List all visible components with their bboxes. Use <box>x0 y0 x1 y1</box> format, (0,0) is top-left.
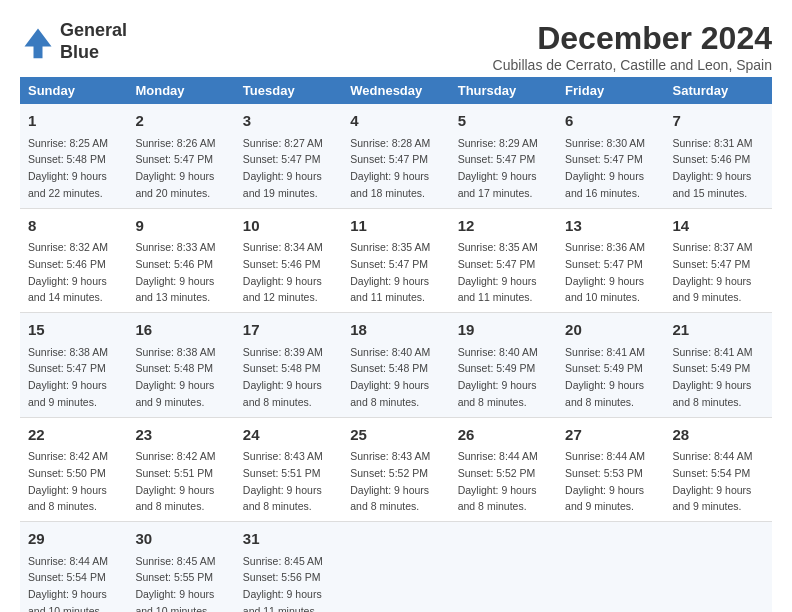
sunrise-info: Sunrise: 8:27 AM <box>243 137 323 149</box>
calendar-week-row: 22 Sunrise: 8:42 AM Sunset: 5:50 PM Dayl… <box>20 417 772 522</box>
day-number: 17 <box>243 319 334 342</box>
calendar-cell: 3 Sunrise: 8:27 AM Sunset: 5:47 PM Dayli… <box>235 104 342 208</box>
day-number: 6 <box>565 110 656 133</box>
sunrise-info: Sunrise: 8:35 AM <box>350 241 430 253</box>
calendar-cell: 10 Sunrise: 8:34 AM Sunset: 5:46 PM Dayl… <box>235 208 342 313</box>
day-number: 11 <box>350 215 441 238</box>
calendar-cell: 13 Sunrise: 8:36 AM Sunset: 5:47 PM Dayl… <box>557 208 664 313</box>
calendar-cell: 20 Sunrise: 8:41 AM Sunset: 5:49 PM Dayl… <box>557 313 664 418</box>
sunrise-info: Sunrise: 8:45 AM <box>243 555 323 567</box>
weekday-header: Monday <box>127 77 234 104</box>
day-number: 25 <box>350 424 441 447</box>
sunset-info: Sunset: 5:51 PM <box>243 467 321 479</box>
sunset-info: Sunset: 5:47 PM <box>28 362 106 374</box>
sunset-info: Sunset: 5:47 PM <box>135 153 213 165</box>
calendar-cell: 26 Sunrise: 8:44 AM Sunset: 5:52 PM Dayl… <box>450 417 557 522</box>
daylight-info: Daylight: 9 hours and 13 minutes. <box>135 275 214 304</box>
daylight-info: Daylight: 9 hours and 11 minutes. <box>243 588 322 612</box>
day-number: 9 <box>135 215 226 238</box>
day-number: 19 <box>458 319 549 342</box>
calendar-cell: 19 Sunrise: 8:40 AM Sunset: 5:49 PM Dayl… <box>450 313 557 418</box>
sunset-info: Sunset: 5:47 PM <box>350 258 428 270</box>
calendar-cell: 4 Sunrise: 8:28 AM Sunset: 5:47 PM Dayli… <box>342 104 449 208</box>
sunset-info: Sunset: 5:54 PM <box>28 571 106 583</box>
calendar-week-row: 8 Sunrise: 8:32 AM Sunset: 5:46 PM Dayli… <box>20 208 772 313</box>
calendar-cell: 16 Sunrise: 8:38 AM Sunset: 5:48 PM Dayl… <box>127 313 234 418</box>
calendar-cell: 22 Sunrise: 8:42 AM Sunset: 5:50 PM Dayl… <box>20 417 127 522</box>
sunset-info: Sunset: 5:47 PM <box>350 153 428 165</box>
daylight-info: Daylight: 9 hours and 8 minutes. <box>350 484 429 513</box>
day-number: 27 <box>565 424 656 447</box>
sunset-info: Sunset: 5:53 PM <box>565 467 643 479</box>
calendar-cell: 23 Sunrise: 8:42 AM Sunset: 5:51 PM Dayl… <box>127 417 234 522</box>
sunset-info: Sunset: 5:47 PM <box>673 258 751 270</box>
day-number: 20 <box>565 319 656 342</box>
weekday-header: Sunday <box>20 77 127 104</box>
sunset-info: Sunset: 5:52 PM <box>458 467 536 479</box>
sunrise-info: Sunrise: 8:36 AM <box>565 241 645 253</box>
sunrise-info: Sunrise: 8:33 AM <box>135 241 215 253</box>
calendar-cell: 7 Sunrise: 8:31 AM Sunset: 5:46 PM Dayli… <box>665 104 772 208</box>
day-number: 28 <box>673 424 764 447</box>
daylight-info: Daylight: 9 hours and 8 minutes. <box>458 484 537 513</box>
daylight-info: Daylight: 9 hours and 8 minutes. <box>673 379 752 408</box>
day-number: 24 <box>243 424 334 447</box>
daylight-info: Daylight: 9 hours and 10 minutes. <box>28 588 107 612</box>
calendar-cell: 25 Sunrise: 8:43 AM Sunset: 5:52 PM Dayl… <box>342 417 449 522</box>
sunset-info: Sunset: 5:46 PM <box>135 258 213 270</box>
calendar-cell: 12 Sunrise: 8:35 AM Sunset: 5:47 PM Dayl… <box>450 208 557 313</box>
daylight-info: Daylight: 9 hours and 9 minutes. <box>565 484 644 513</box>
day-number: 2 <box>135 110 226 133</box>
sunrise-info: Sunrise: 8:44 AM <box>28 555 108 567</box>
sunset-info: Sunset: 5:49 PM <box>673 362 751 374</box>
daylight-info: Daylight: 9 hours and 9 minutes. <box>673 484 752 513</box>
sunrise-info: Sunrise: 8:25 AM <box>28 137 108 149</box>
sunrise-info: Sunrise: 8:29 AM <box>458 137 538 149</box>
daylight-info: Daylight: 9 hours and 19 minutes. <box>243 170 322 199</box>
daylight-info: Daylight: 9 hours and 22 minutes. <box>28 170 107 199</box>
daylight-info: Daylight: 9 hours and 8 minutes. <box>243 379 322 408</box>
calendar-cell: 8 Sunrise: 8:32 AM Sunset: 5:46 PM Dayli… <box>20 208 127 313</box>
day-number: 14 <box>673 215 764 238</box>
daylight-info: Daylight: 9 hours and 8 minutes. <box>565 379 644 408</box>
sunrise-info: Sunrise: 8:41 AM <box>565 346 645 358</box>
calendar-cell <box>665 522 772 613</box>
day-number: 23 <box>135 424 226 447</box>
sunset-info: Sunset: 5:52 PM <box>350 467 428 479</box>
day-number: 8 <box>28 215 119 238</box>
calendar-cell: 18 Sunrise: 8:40 AM Sunset: 5:48 PM Dayl… <box>342 313 449 418</box>
daylight-info: Daylight: 9 hours and 10 minutes. <box>565 275 644 304</box>
sunrise-info: Sunrise: 8:40 AM <box>458 346 538 358</box>
day-number: 26 <box>458 424 549 447</box>
daylight-info: Daylight: 9 hours and 8 minutes. <box>28 484 107 513</box>
daylight-info: Daylight: 9 hours and 17 minutes. <box>458 170 537 199</box>
sunrise-info: Sunrise: 8:37 AM <box>673 241 753 253</box>
day-number: 31 <box>243 528 334 551</box>
logo: General Blue <box>20 20 127 63</box>
sunrise-info: Sunrise: 8:26 AM <box>135 137 215 149</box>
daylight-info: Daylight: 9 hours and 8 minutes. <box>135 484 214 513</box>
sunrise-info: Sunrise: 8:32 AM <box>28 241 108 253</box>
sunrise-info: Sunrise: 8:30 AM <box>565 137 645 149</box>
sunset-info: Sunset: 5:50 PM <box>28 467 106 479</box>
sunrise-info: Sunrise: 8:39 AM <box>243 346 323 358</box>
calendar-cell: 17 Sunrise: 8:39 AM Sunset: 5:48 PM Dayl… <box>235 313 342 418</box>
calendar-cell <box>450 522 557 613</box>
day-number: 4 <box>350 110 441 133</box>
weekday-header: Friday <box>557 77 664 104</box>
daylight-info: Daylight: 9 hours and 8 minutes. <box>350 379 429 408</box>
sunrise-info: Sunrise: 8:44 AM <box>673 450 753 462</box>
calendar-cell <box>557 522 664 613</box>
calendar-cell: 27 Sunrise: 8:44 AM Sunset: 5:53 PM Dayl… <box>557 417 664 522</box>
sunrise-info: Sunrise: 8:45 AM <box>135 555 215 567</box>
calendar-cell: 24 Sunrise: 8:43 AM Sunset: 5:51 PM Dayl… <box>235 417 342 522</box>
daylight-info: Daylight: 9 hours and 9 minutes. <box>135 379 214 408</box>
sunset-info: Sunset: 5:47 PM <box>458 153 536 165</box>
daylight-info: Daylight: 9 hours and 20 minutes. <box>135 170 214 199</box>
calendar-cell: 6 Sunrise: 8:30 AM Sunset: 5:47 PM Dayli… <box>557 104 664 208</box>
day-number: 7 <box>673 110 764 133</box>
day-number: 22 <box>28 424 119 447</box>
svg-marker-0 <box>25 28 52 58</box>
calendar-cell: 11 Sunrise: 8:35 AM Sunset: 5:47 PM Dayl… <box>342 208 449 313</box>
sunrise-info: Sunrise: 8:31 AM <box>673 137 753 149</box>
